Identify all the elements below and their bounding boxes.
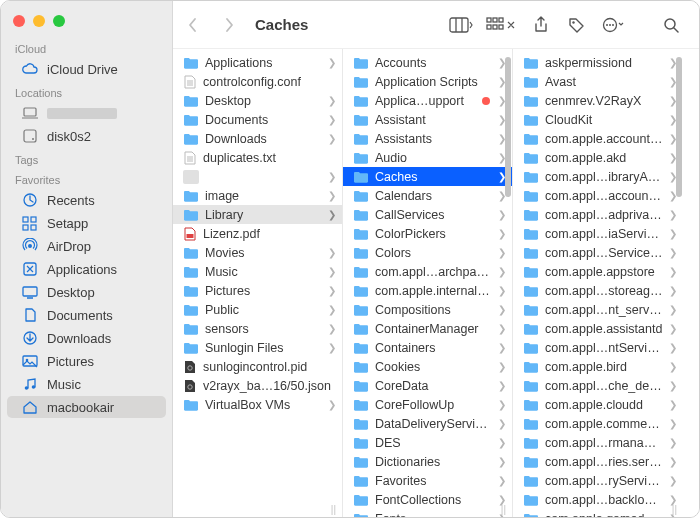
- file-row[interactable]: Sunlogin Files❯: [173, 338, 342, 357]
- file-row[interactable]: Lizenz.pdf: [173, 224, 342, 243]
- column-resize-handle[interactable]: ||: [501, 504, 506, 515]
- file-row[interactable]: VirtualBox VMs❯: [173, 395, 342, 414]
- sidebar-item-laptop[interactable]: [7, 102, 166, 124]
- file-row[interactable]: Documents❯: [173, 110, 342, 129]
- file-row[interactable]: Fonts❯: [343, 509, 512, 517]
- file-row[interactable]: com.apple.gamed❯: [513, 509, 683, 517]
- minimize-window-button[interactable]: [33, 15, 45, 27]
- file-row[interactable]: com.appl…storeagent❯: [513, 281, 683, 300]
- file-row[interactable]: DES❯: [343, 433, 512, 452]
- file-row[interactable]: Movies❯: [173, 243, 342, 262]
- sidebar-item-macbookair[interactable]: macbookair: [7, 396, 166, 418]
- file-row[interactable]: FontCollections❯: [343, 490, 512, 509]
- file-row[interactable]: com.apple.internal.ck❯: [343, 281, 512, 300]
- file-row[interactable]: Downloads❯: [173, 129, 342, 148]
- file-row[interactable]: Containers❯: [343, 338, 512, 357]
- forward-button[interactable]: [215, 12, 243, 38]
- file-row[interactable]: CloudKit❯: [513, 110, 683, 129]
- file-row[interactable]: Compositions❯: [343, 300, 512, 319]
- file-row[interactable]: ❯: [173, 167, 342, 186]
- file-row[interactable]: Applications❯: [173, 53, 342, 72]
- file-row[interactable]: cenmrev.V2RayX❯: [513, 91, 683, 110]
- file-row[interactable]: Public❯: [173, 300, 342, 319]
- file-row[interactable]: Desktop❯: [173, 91, 342, 110]
- file-row[interactable]: v2rayx_ba…16/50.json: [173, 376, 342, 395]
- more-actions-button[interactable]: [599, 12, 627, 38]
- file-row[interactable]: Applica…upport❯: [343, 91, 512, 110]
- file-row[interactable]: Avast❯: [513, 72, 683, 91]
- file-row[interactable]: duplicates.txt: [173, 148, 342, 167]
- tags-button[interactable]: [563, 12, 591, 38]
- share-button[interactable]: [527, 12, 555, 38]
- file-row[interactable]: com.appl…iaServices❯: [513, 224, 683, 243]
- file-row[interactable]: ContainerManager❯: [343, 319, 512, 338]
- file-row[interactable]: com.appl…archpartyd❯: [343, 262, 512, 281]
- file-row[interactable]: com.appl…ServicesUI❯: [513, 243, 683, 262]
- file-row[interactable]: com.apple.bird❯: [513, 357, 683, 376]
- file-row[interactable]: Assistant❯: [343, 110, 512, 129]
- file-row[interactable]: com.apple.assistantd❯: [513, 319, 683, 338]
- file-row[interactable]: com.appl…ntServices❯: [513, 338, 683, 357]
- file-row[interactable]: DataDeliveryServices❯: [343, 414, 512, 433]
- file-row[interactable]: Accounts❯: [343, 53, 512, 72]
- file-row[interactable]: Application Scripts❯: [343, 72, 512, 91]
- file-row[interactable]: Dictionaries❯: [343, 452, 512, 471]
- file-row[interactable]: com.appl…adprivacyd❯: [513, 205, 683, 224]
- file-row[interactable]: sunlogincontrol.pid: [173, 357, 342, 376]
- file-row[interactable]: Favorites❯: [343, 471, 512, 490]
- scrollbar[interactable]: [676, 53, 682, 513]
- search-button[interactable]: [657, 12, 685, 38]
- close-window-button[interactable]: [13, 15, 25, 27]
- file-row[interactable]: com.appl…ryServices❯: [513, 471, 683, 490]
- file-row[interactable]: Pictures❯: [173, 281, 342, 300]
- file-row[interactable]: Audio❯: [343, 148, 512, 167]
- file-row[interactable]: CallServices❯: [343, 205, 512, 224]
- file-row[interactable]: com.appl…ries.service❯: [513, 452, 683, 471]
- column-resize-handle[interactable]: ||: [672, 504, 677, 515]
- scrollbar[interactable]: [505, 53, 511, 513]
- file-row[interactable]: com.apple.commerce❯: [513, 414, 683, 433]
- view-columns-button[interactable]: [447, 12, 475, 38]
- sidebar-item-icloud-drive[interactable]: iCloud Drive: [7, 58, 166, 80]
- group-by-button[interactable]: [483, 12, 519, 38]
- file-row[interactable]: com.apple.cloudd❯: [513, 395, 683, 414]
- file-row[interactable]: Assistants❯: [343, 129, 512, 148]
- sidebar-item-airdrop[interactable]: AirDrop: [7, 235, 166, 257]
- sidebar-item-recents[interactable]: Recents: [7, 189, 166, 211]
- file-row[interactable]: Cookies❯: [343, 357, 512, 376]
- sidebar-item-pictures[interactable]: Pictures: [7, 350, 166, 372]
- file-row[interactable]: Calendars❯: [343, 186, 512, 205]
- file-row[interactable]: askpermissiond❯: [513, 53, 683, 72]
- file-row[interactable]: Music❯: [173, 262, 342, 281]
- sidebar-item-music[interactable]: Music: [7, 373, 166, 395]
- file-row[interactable]: sensors❯: [173, 319, 342, 338]
- sidebar-section-label: Tags: [1, 148, 172, 168]
- file-row[interactable]: com.appl…nt_service❯: [513, 300, 683, 319]
- file-row[interactable]: com.appl…ibraryAgent❯: [513, 167, 683, 186]
- file-row[interactable]: image❯: [173, 186, 342, 205]
- sidebar-item-disk0s2[interactable]: disk0s2: [7, 125, 166, 147]
- file-row[interactable]: CoreData❯: [343, 376, 512, 395]
- file-row[interactable]: Caches❯: [343, 167, 512, 186]
- file-row[interactable]: com.appl…backlogger❯: [513, 490, 683, 509]
- file-row[interactable]: com.apple.akd❯: [513, 148, 683, 167]
- column-resize-handle[interactable]: ||: [331, 504, 336, 515]
- sidebar-item-setapp[interactable]: Setapp: [7, 212, 166, 234]
- file-row[interactable]: com.apple.appstore❯: [513, 262, 683, 281]
- file-row[interactable]: com.appl…che_delete❯: [513, 376, 683, 395]
- sidebar-item-downloads[interactable]: Downloads: [7, 327, 166, 349]
- file-row[interactable]: com.appl…rmanagerd❯: [513, 433, 683, 452]
- file-name: Colors: [375, 246, 492, 260]
- file-row[interactable]: CoreFollowUp❯: [343, 395, 512, 414]
- zoom-window-button[interactable]: [53, 15, 65, 27]
- file-row[interactable]: com.appl…accountsd❯: [513, 186, 683, 205]
- sidebar-item-documents[interactable]: Documents: [7, 304, 166, 326]
- sidebar-item-desktop[interactable]: Desktop: [7, 281, 166, 303]
- file-row[interactable]: Library❯: [173, 205, 342, 224]
- file-row[interactable]: controlconfig.conf: [173, 72, 342, 91]
- sidebar-item-applications[interactable]: Applications: [7, 258, 166, 280]
- file-row[interactable]: ColorPickers❯: [343, 224, 512, 243]
- file-row[interactable]: Colors❯: [343, 243, 512, 262]
- back-button[interactable]: [179, 12, 207, 38]
- file-row[interactable]: com.apple.accountsd❯: [513, 129, 683, 148]
